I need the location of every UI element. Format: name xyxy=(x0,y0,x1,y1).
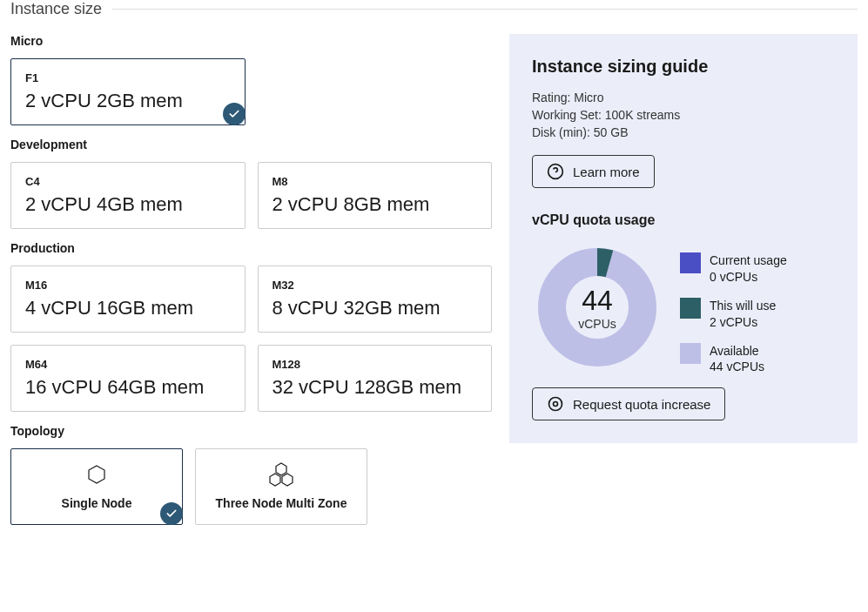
help-circle-icon xyxy=(547,163,564,180)
size-spec: 16 vCPU 64GB mem xyxy=(25,376,231,399)
divider xyxy=(112,9,858,10)
sizing-guide-panel: Instance sizing guide Rating: Micro Work… xyxy=(509,34,858,443)
size-card-m64[interactable]: M64 16 vCPU 64GB mem xyxy=(10,345,246,412)
size-spec: 4 vCPU 16GB mem xyxy=(25,297,231,319)
topology-label: Three Node Multi Zone xyxy=(215,496,347,510)
size-spec: 2 vCPU 4GB mem xyxy=(25,193,231,216)
sizing-guide-title: Instance sizing guide xyxy=(532,57,835,77)
group-label-topology: Topology xyxy=(10,424,492,438)
group-label-development: Development xyxy=(10,138,492,151)
size-code: M8 xyxy=(273,175,478,188)
size-card-m128[interactable]: M128 32 vCPU 128GB mem xyxy=(258,345,493,412)
legend-item-available: Available 44 vCPUs xyxy=(680,343,787,376)
svg-point-8 xyxy=(549,398,562,411)
size-card-f1[interactable]: F1 2 vCPU 2GB mem xyxy=(10,58,246,125)
size-code: M64 xyxy=(25,358,231,371)
disk-row: Disk (min): 50 GB xyxy=(532,125,835,139)
size-spec: 2 vCPU 8GB mem xyxy=(273,193,478,216)
size-card-m32[interactable]: M32 8 vCPU 32GB mem xyxy=(258,266,493,333)
group-label-production: Production xyxy=(10,241,492,255)
size-card-c4[interactable]: C4 2 vCPU 4GB mem xyxy=(10,162,246,229)
quota-title: vCPU quota usage xyxy=(532,212,835,228)
size-code: M32 xyxy=(273,279,478,292)
size-code: C4 xyxy=(25,175,231,188)
legend-swatch xyxy=(680,252,701,273)
group-label-micro: Micro xyxy=(10,34,492,48)
target-icon xyxy=(547,395,564,413)
hexagon-icon xyxy=(30,461,163,488)
size-spec: 8 vCPU 32GB mem xyxy=(273,297,478,319)
legend-item-current: Current usage 0 vCPUs xyxy=(680,252,787,286)
size-spec: 2 vCPU 2GB mem xyxy=(25,90,231,112)
size-code: M16 xyxy=(25,279,231,292)
size-spec: 32 vCPU 128GB mem xyxy=(273,376,478,399)
topology-card-single-node[interactable]: Single Node xyxy=(10,448,183,525)
section-title: Instance size xyxy=(10,0,102,18)
hexagon-cluster-icon xyxy=(215,461,347,488)
size-card-m8[interactable]: M8 2 vCPU 8GB mem xyxy=(258,162,493,229)
selected-check-icon xyxy=(223,103,246,125)
svg-marker-3 xyxy=(282,474,293,486)
quota-legend: Current usage 0 vCPUs This will use 2 vC… xyxy=(680,242,787,375)
request-quota-button[interactable]: Request quota increase xyxy=(532,387,725,420)
topology-label: Single Node xyxy=(30,496,163,510)
quota-center-unit: vCPUs xyxy=(578,317,616,331)
quota-donut-chart: 44 vCPUs xyxy=(532,242,663,373)
instance-size-column: Micro F1 2 vCPU 2GB mem Development C4 2… xyxy=(10,34,492,542)
working-set-row: Working Set: 100K streams xyxy=(532,108,835,122)
legend-swatch xyxy=(680,298,701,319)
section-header: Instance size xyxy=(10,0,858,18)
svg-point-9 xyxy=(554,402,558,407)
selected-check-icon xyxy=(160,502,183,525)
size-code: M128 xyxy=(273,358,478,371)
svg-marker-1 xyxy=(276,463,286,475)
topology-card-three-node[interactable]: Three Node Multi Zone xyxy=(195,448,367,525)
size-card-m16[interactable]: M16 4 vCPU 16GB mem xyxy=(10,266,246,333)
legend-swatch xyxy=(680,343,701,364)
rating-row: Rating: Micro xyxy=(532,91,835,104)
legend-item-this-will-use: This will use 2 vCPUs xyxy=(680,298,787,331)
svg-marker-0 xyxy=(89,466,104,483)
learn-more-button[interactable]: Learn more xyxy=(532,155,655,188)
svg-marker-2 xyxy=(270,474,280,486)
quota-center-number: 44 xyxy=(582,285,613,317)
size-code: F1 xyxy=(25,71,231,84)
